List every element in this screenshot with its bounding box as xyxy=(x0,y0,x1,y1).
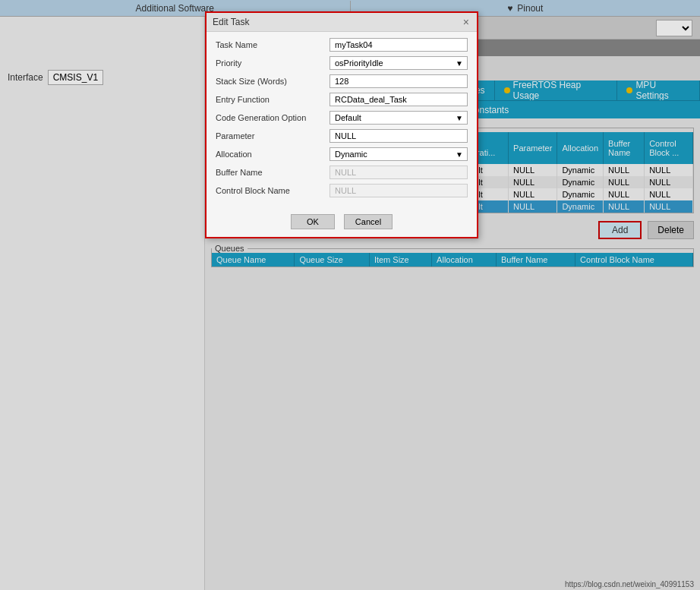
dialog-priority-select[interactable]: osPriorityIdle osPriorityNormal osPriori… xyxy=(330,56,468,70)
dialog-body: Task Name Priority osPriorityIdle osPrio… xyxy=(207,32,477,208)
dialog-allocation-wrapper: Dynamic Static ▼ xyxy=(330,147,468,161)
dialog-footer: OK Cancel xyxy=(207,208,477,237)
dialog-control-block-label: Control Block Name xyxy=(216,186,330,195)
dialog-task-name-input[interactable] xyxy=(330,38,468,52)
dialog-titlebar: Edit Task × xyxy=(207,13,477,32)
edit-task-dialog: Edit Task × Task Name Priority osPriorit… xyxy=(205,11,478,238)
dialog-priority-label: Priority xyxy=(216,58,330,68)
dialog-code-gen-row: Code Generation Option Default Weak As e… xyxy=(216,111,468,125)
dialog-task-name-row: Task Name xyxy=(216,38,468,52)
dialog-entry-function-label: Entry Function xyxy=(216,95,330,104)
dialog-allocation-label: Allocation xyxy=(216,150,330,159)
dialog-code-gen-wrapper: Default Weak As external ▼ xyxy=(330,111,468,125)
dialog-parameter-label: Parameter xyxy=(216,131,330,140)
dialog-code-gen-select[interactable]: Default Weak As external xyxy=(330,111,468,125)
dialog-entry-function-input[interactable] xyxy=(330,93,468,106)
dialog-allocation-row: Allocation Dynamic Static ▼ xyxy=(216,147,468,161)
dialog-ok-button[interactable]: OK xyxy=(291,214,335,229)
dialog-stack-size-row: Stack Size (Words) xyxy=(216,74,468,88)
dialog-stack-size-label: Stack Size (Words) xyxy=(216,77,330,86)
dialog-parameter-row: Parameter xyxy=(216,129,468,143)
dialog-allocation-select[interactable]: Dynamic Static xyxy=(330,147,468,161)
dialog-stack-size-input[interactable] xyxy=(330,74,468,88)
dialog-close-button[interactable]: × xyxy=(462,16,471,28)
dialog-priority-row: Priority osPriorityIdle osPriorityNormal… xyxy=(216,56,468,70)
dialog-priority-wrapper: osPriorityIdle osPriorityNormal osPriori… xyxy=(330,56,468,70)
dialog-title: Edit Task xyxy=(213,17,249,27)
dialog-parameter-input[interactable] xyxy=(330,129,468,143)
dialog-control-block-row: Control Block Name xyxy=(216,184,468,197)
dialog-control-block-input xyxy=(330,184,468,197)
dialog-task-name-label: Task Name xyxy=(216,40,330,49)
dialog-cancel-button[interactable]: Cancel xyxy=(344,214,393,229)
dialog-overlay: Edit Task × Task Name Priority osPriorit… xyxy=(0,0,700,590)
dialog-buffer-name-input xyxy=(330,166,468,179)
dialog-code-gen-label: Code Generation Option xyxy=(216,113,330,122)
dialog-buffer-name-row: Buffer Name xyxy=(216,166,468,179)
dialog-entry-function-row: Entry Function xyxy=(216,93,468,106)
dialog-buffer-name-label: Buffer Name xyxy=(216,168,330,177)
